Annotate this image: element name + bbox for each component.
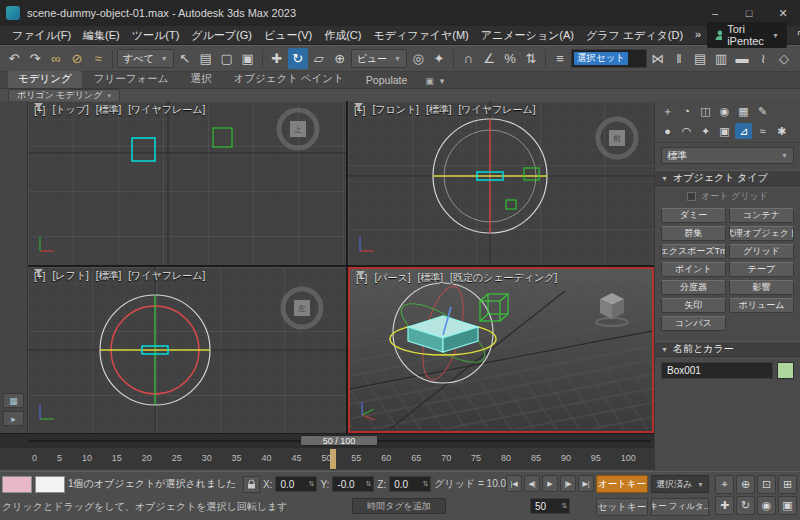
viewport-perspective-active[interactable]: [+] [パース] [標準] [既定のシェーディング] bbox=[348, 267, 654, 433]
spinner-icon[interactable]: ⇅ bbox=[422, 481, 428, 487]
ribbon-tab[interactable]: 選択 bbox=[180, 71, 221, 88]
orbit-icon[interactable]: ↻ bbox=[736, 496, 755, 515]
curve-editor-icon[interactable]: ≀ bbox=[753, 48, 773, 69]
select-and-manipulate-icon[interactable]: ✦ bbox=[429, 48, 449, 69]
material-editor-icon[interactable]: ◑ bbox=[795, 48, 800, 69]
key-filters-button[interactable]: キー フィルタ... bbox=[651, 498, 709, 516]
viewport-filter-icon[interactable] bbox=[354, 103, 363, 112]
select-object-icon[interactable]: ↖ bbox=[175, 48, 195, 69]
ribbon-tab[interactable]: Populate bbox=[356, 73, 417, 88]
ribbon-tab[interactable]: モデリング bbox=[8, 71, 82, 88]
helper-type-button[interactable]: 代理オブジェクト bbox=[729, 226, 794, 241]
percent-snap-icon[interactable]: % bbox=[500, 48, 520, 69]
helpers-category-icon[interactable]: ⊿ bbox=[735, 123, 752, 139]
object-type-rollout-header[interactable]: ▼ オブジェクト タイプ bbox=[655, 170, 800, 186]
edit-named-selection-sets-icon[interactable]: ≡ bbox=[550, 48, 570, 69]
play-button[interactable]: ▶ bbox=[542, 475, 558, 492]
snap-toggle-icon[interactable]: ∩ bbox=[458, 48, 478, 69]
key-selection-dropdown[interactable]: 選択済み▼ bbox=[651, 475, 709, 493]
select-by-name-icon[interactable]: ▤ bbox=[196, 48, 216, 69]
object-color-swatch[interactable] bbox=[777, 362, 794, 379]
select-and-scale-icon[interactable]: ▱ bbox=[309, 48, 329, 69]
helper-type-button[interactable]: ダミー bbox=[661, 208, 726, 223]
add-time-tag-field[interactable]: 時間タグを追加 bbox=[352, 498, 446, 514]
time-slider[interactable]: 50 / 100 bbox=[0, 433, 654, 447]
spacewarps-category-icon[interactable]: ≈ bbox=[754, 123, 771, 139]
display-tab-icon[interactable]: ▦ bbox=[735, 103, 752, 119]
systems-category-icon[interactable]: ✱ bbox=[773, 123, 790, 139]
helper-type-button[interactable]: 影響 bbox=[729, 280, 794, 295]
ribbon-toggle-icon[interactable]: ▬ bbox=[732, 48, 752, 69]
fov-icon[interactable]: ◉ bbox=[757, 496, 776, 515]
menu-item[interactable]: グラフ エディタ(D) bbox=[580, 28, 689, 43]
spinner-snap-icon[interactable]: ⇅ bbox=[521, 48, 541, 69]
angle-snap-icon[interactable]: ∠ bbox=[479, 48, 499, 69]
helper-type-button[interactable]: 矢印 bbox=[661, 298, 726, 313]
select-and-rotate-icon[interactable]: ↻ bbox=[288, 48, 308, 69]
time-slider-handle[interactable]: 50 / 100 bbox=[300, 435, 378, 446]
helper-type-button[interactable]: コンパス bbox=[661, 316, 726, 331]
go-to-start-button[interactable]: |◀ bbox=[506, 475, 522, 492]
helper-type-button[interactable]: グリッド bbox=[729, 244, 794, 259]
select-and-place-icon[interactable]: ⊕ bbox=[330, 48, 350, 69]
menu-item[interactable]: 編集(E) bbox=[77, 28, 126, 43]
rotation-gizmo[interactable] bbox=[100, 295, 210, 405]
auto-key-button[interactable]: オートキー bbox=[596, 475, 648, 493]
viewport-name[interactable]: [トップ] bbox=[52, 103, 88, 117]
menu-item[interactable]: 作成(C) bbox=[318, 28, 367, 43]
modify-tab-icon[interactable]: ◔ bbox=[678, 103, 695, 119]
mirror-icon[interactable]: ⋈ bbox=[648, 48, 668, 69]
window-crossing-icon[interactable]: ▣ bbox=[238, 48, 258, 69]
helper-type-button[interactable]: テープ bbox=[729, 262, 794, 277]
spinner-icon[interactable]: ⇅ bbox=[561, 503, 567, 509]
menu-item[interactable]: モディファイヤ(M) bbox=[367, 28, 474, 43]
use-pivot-point-center-icon[interactable]: ◎ bbox=[408, 48, 428, 69]
geometry-category-icon[interactable]: ● bbox=[659, 123, 676, 139]
viewport-name[interactable]: [フロント] bbox=[372, 103, 419, 117]
y-coordinate-field[interactable]: -0.0⇅ bbox=[332, 476, 374, 492]
autogrid-checkbox[interactable] bbox=[687, 192, 696, 201]
name-color-rollout-header[interactable]: ▼ 名前とカラー bbox=[655, 341, 800, 357]
rect-selection-region-icon[interactable]: ▢ bbox=[217, 48, 237, 69]
bind-to-space-warp-icon[interactable]: ≈ bbox=[88, 48, 108, 69]
viewport-filter-icon[interactable] bbox=[34, 103, 43, 112]
viewport-top-canvas[interactable]: 上 bbox=[28, 101, 346, 265]
viewport-style[interactable]: [標準] bbox=[96, 103, 122, 117]
menu-item[interactable]: » bbox=[689, 28, 707, 43]
align-icon[interactable]: ‖ bbox=[669, 48, 689, 69]
menu-item[interactable]: ビュー(V) bbox=[258, 28, 318, 43]
viewport-layout-tab-b-icon[interactable]: ▸ bbox=[3, 411, 24, 426]
spinner-icon[interactable]: ⇅ bbox=[309, 481, 315, 487]
cameras-category-icon[interactable]: ▣ bbox=[716, 123, 733, 139]
z-coordinate-field[interactable]: 0.0⇅ bbox=[389, 476, 431, 492]
maxscript-macro-recorder-pane[interactable] bbox=[2, 476, 32, 493]
menu-item[interactable]: ツール(T) bbox=[126, 28, 186, 43]
viewport-filter-icon[interactable] bbox=[356, 271, 365, 280]
viewport-filter-icon[interactable] bbox=[34, 269, 43, 278]
select-and-move-icon[interactable]: ✚ bbox=[267, 48, 287, 69]
viewport-perspective-canvas[interactable] bbox=[350, 269, 652, 429]
viewport-style[interactable]: [標準] bbox=[426, 103, 452, 117]
viewport-shading[interactable]: [ワイヤフレーム] bbox=[458, 103, 535, 117]
pan-icon[interactable]: ✚ bbox=[715, 496, 734, 515]
ribbon-minimize-icon[interactable]: ▾ bbox=[440, 76, 445, 86]
viewport-left-canvas[interactable]: 左 bbox=[28, 267, 346, 433]
select-and-link-icon[interactable]: ∞ bbox=[46, 48, 66, 69]
polygon-modeling-tab[interactable]: ポリゴン モデリング ▾ bbox=[8, 89, 120, 101]
x-coordinate-field[interactable]: 0.0⇅ bbox=[275, 476, 317, 492]
viewport-shading[interactable]: [ワイヤフレーム] bbox=[128, 103, 205, 117]
reference-coordinate-dropdown[interactable]: ビュー ▼ bbox=[351, 49, 407, 68]
viewport-front[interactable]: [+] [フロント] [標準] [ワイヤフレーム] bbox=[348, 101, 654, 265]
create-tab-icon[interactable]: ＋ bbox=[659, 103, 676, 119]
helper-type-button[interactable]: 分度器 bbox=[661, 280, 726, 295]
helper-type-button[interactable]: コンテナ bbox=[729, 208, 794, 223]
viewport-left[interactable]: [+] [レフト] [標準] [ワイヤフレーム] bbox=[28, 267, 346, 433]
menu-item[interactable]: ファイル(F) bbox=[6, 28, 77, 43]
set-key-button[interactable]: セットキー bbox=[596, 498, 648, 516]
helper-category-dropdown[interactable]: 標準 ▼ bbox=[661, 147, 794, 164]
maxscript-mini-listener-pane[interactable] bbox=[35, 476, 65, 493]
next-frame-button[interactable]: |▶ bbox=[560, 475, 576, 492]
named-selection-set-field[interactable]: 選択セット bbox=[571, 49, 647, 68]
viewport-front-canvas[interactable]: 前 bbox=[348, 101, 654, 265]
track-bar[interactable]: 0510152025303540455055606570758085909510… bbox=[0, 447, 654, 471]
